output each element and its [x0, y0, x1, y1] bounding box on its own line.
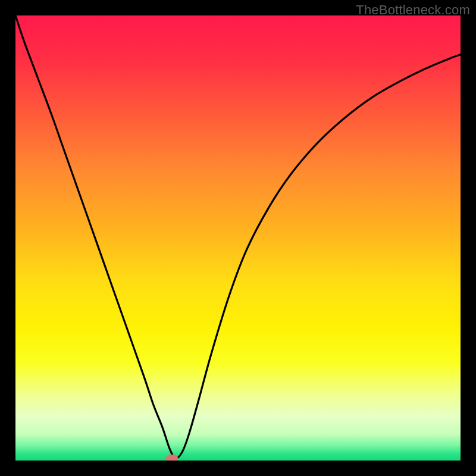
optimum-marker [166, 455, 178, 461]
plot-area [15, 15, 461, 461]
chart-frame: TheBottleneck.com [0, 0, 476, 476]
bottleneck-curve [15, 15, 461, 461]
